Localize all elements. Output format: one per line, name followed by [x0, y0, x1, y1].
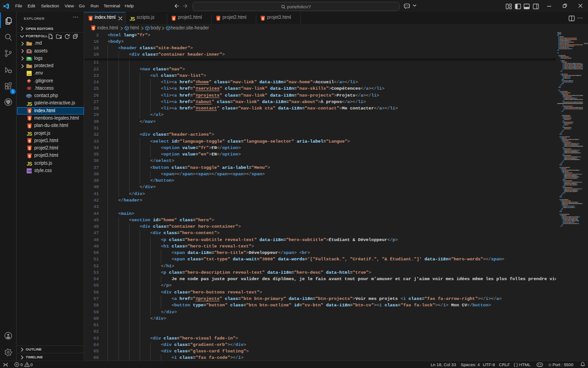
svg-text:5: 5	[28, 124, 30, 128]
svg-text:5: 5	[90, 16, 91, 20]
svg-text:php: php	[27, 94, 32, 97]
svg-text:5: 5	[28, 109, 30, 113]
svg-text:5: 5	[92, 26, 94, 30]
svg-text:5: 5	[28, 139, 30, 143]
svg-text:5: 5	[217, 16, 219, 20]
svg-text:5: 5	[28, 154, 30, 158]
svg-text:5: 5	[173, 16, 175, 20]
svg-text:5: 5	[28, 116, 30, 121]
svg-text:5: 5	[28, 146, 30, 150]
svg-text:5: 5	[262, 16, 264, 20]
